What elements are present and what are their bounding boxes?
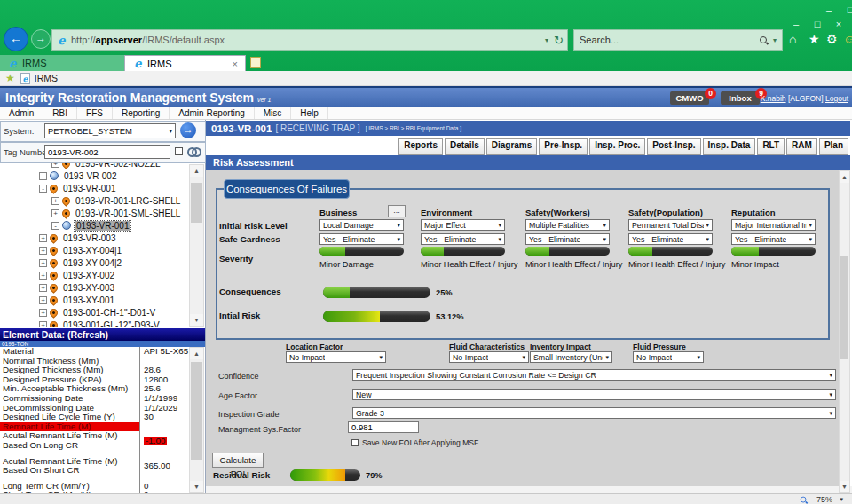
window-minimize-button[interactable]: – xyxy=(818,4,840,15)
tree-item-label[interactable]: 0193-XY-004|2 xyxy=(61,258,123,268)
expand-toggle-icon[interactable]: + xyxy=(51,209,59,217)
expand-toggle-icon[interactable]: - xyxy=(39,172,47,180)
tag-number-input[interactable] xyxy=(44,145,170,159)
tree-item-label[interactable]: 0193-VR-003 xyxy=(61,233,117,243)
expand-toggle-icon[interactable]: + xyxy=(51,163,59,168)
scroll-down-icon[interactable]: ▼ xyxy=(190,481,203,492)
tab-rlt[interactable]: RLT xyxy=(757,138,785,155)
reputation-consequence-select[interactable]: Major International Impa▾ xyxy=(731,219,816,231)
tree-item-label[interactable]: 0193-VR-002 xyxy=(62,171,118,181)
window-restore-button[interactable]: □ xyxy=(807,19,828,29)
business-consequence-select[interactable]: Local Damage▾ xyxy=(320,219,404,231)
safety-workers-consequence-select[interactable]: Multiple Fatalities▾ xyxy=(525,219,610,231)
age-factor-select[interactable]: New▾ xyxy=(352,389,836,400)
tree-item-label[interactable]: 0193-VR-001-LRG-SHELL xyxy=(74,196,182,206)
zoom-level[interactable]: 75% xyxy=(816,495,832,504)
zoom-icon[interactable] xyxy=(800,496,808,504)
smiley-feedback-icon[interactable]: ☺ xyxy=(843,32,852,46)
tab-ram[interactable]: RAM xyxy=(786,138,817,155)
menu-item-help[interactable]: Help xyxy=(291,107,328,119)
tree-item-label[interactable]: 0193-001-GL-12"-D93-V xyxy=(61,320,162,327)
tab-insp-data[interactable]: Insp. Data xyxy=(703,138,756,155)
tree-item-label[interactable]: 0193-XY-001 xyxy=(61,295,116,305)
inspection-grade-select[interactable]: Grade 3▾ xyxy=(352,407,836,419)
menu-item-rbi[interactable]: RBI xyxy=(43,107,77,119)
tab-diagrams[interactable]: Diagrams xyxy=(486,138,538,155)
go-button[interactable] xyxy=(180,122,196,138)
tree-item-label[interactable]: 0193-VR-002-NOZZL xyxy=(74,163,162,169)
find-binoculars-icon[interactable] xyxy=(187,146,202,157)
address-dropdown-icon[interactable]: ▾ xyxy=(545,36,548,44)
search-input[interactable]: Search... ▾ xyxy=(573,29,783,51)
tree-item-label[interactable]: 0193-XY-003 xyxy=(61,283,116,293)
user-link[interactable]: K.nabih xyxy=(761,94,786,103)
confidence-select[interactable]: Frequent Inspection Showing Constant Cor… xyxy=(352,369,836,381)
expand-toggle-icon[interactable]: + xyxy=(39,309,47,317)
address-bar[interactable]: http://appserver/IRMS/default.aspx ▾ ↻ xyxy=(51,29,568,51)
menu-item-reporting[interactable]: Reporting xyxy=(113,107,170,119)
tree-item-label[interactable]: 0193-VR-001 xyxy=(61,184,117,193)
cmwo-button[interactable]: CMWO0 xyxy=(670,91,709,105)
tree-item-label[interactable]: 0193-VR-001 xyxy=(75,221,130,231)
scroll-down-icon[interactable]: ▼ xyxy=(840,481,849,492)
expand-toggle-icon[interactable]: + xyxy=(39,259,47,267)
zoom-caret-icon[interactable]: ▾ xyxy=(840,496,843,503)
reputation-safeguard-select[interactable]: Yes - Eliminate▾ xyxy=(731,233,816,245)
inbox-button[interactable]: Inbox9 xyxy=(721,91,760,105)
expand-toggle-icon[interactable]: + xyxy=(39,321,47,327)
scroll-up-icon[interactable]: ▲ xyxy=(190,348,203,359)
tree-item-label[interactable]: 0193-XY-004|1 xyxy=(61,246,123,256)
business-detail-button[interactable]: ... xyxy=(388,205,406,217)
scroll-up-icon[interactable]: ▲ xyxy=(840,171,849,183)
favorites-item[interactable]: IRMS xyxy=(35,73,58,83)
favorites-star-icon[interactable]: ★ xyxy=(809,32,820,46)
expand-toggle-icon[interactable]: - xyxy=(39,185,47,193)
save-foi-checkbox[interactable] xyxy=(351,439,359,446)
msf-input[interactable] xyxy=(348,421,419,433)
safety-workers-safeguard-select[interactable]: Yes - Eliminate▾ xyxy=(525,233,610,245)
menu-item-ffs[interactable]: FFS xyxy=(77,107,113,119)
expand-toggle-icon[interactable]: - xyxy=(51,222,59,230)
home-icon[interactable]: ⌂ xyxy=(789,32,796,46)
safety-population-consequence-select[interactable]: Permanent Total Disabili▾ xyxy=(628,219,713,231)
fluid-characteristics-select[interactable]: No Impact▾ xyxy=(449,351,529,363)
element-data-header[interactable]: Element Data: (Refresh) xyxy=(0,328,205,341)
tab-details[interactable]: Details xyxy=(445,138,485,155)
favorite-star-icon[interactable]: ★ xyxy=(5,72,15,84)
search-dropdown-icon[interactable]: ▾ xyxy=(773,36,777,44)
tab-insp-proc[interactable]: Insp. Proc. xyxy=(589,138,645,155)
new-tab-button[interactable] xyxy=(250,57,261,68)
expand-toggle-icon[interactable]: + xyxy=(39,272,47,280)
fluid-pressure-select[interactable]: No Impact▾ xyxy=(633,351,704,363)
window-maximize-button[interactable]: □ xyxy=(840,4,852,15)
environment-consequence-select[interactable]: Major Effect▾ xyxy=(421,219,505,231)
browser-tab-irms[interactable]: IRMS× xyxy=(124,55,246,71)
tab-pre-insp[interactable]: Pre-Insp. xyxy=(539,138,588,155)
scroll-up-icon[interactable]: ▲ xyxy=(190,165,203,177)
tree-scrollbar[interactable]: ▲ ▼ xyxy=(189,164,204,327)
refresh-icon[interactable]: ↻ xyxy=(554,34,564,47)
expand-toggle-icon[interactable]: + xyxy=(51,197,59,205)
scroll-thumb[interactable] xyxy=(191,362,202,460)
location-factor-select[interactable]: No Impact▾ xyxy=(286,351,386,363)
tab-post-insp[interactable]: Post-Insp. xyxy=(647,138,700,155)
forward-button[interactable] xyxy=(31,29,51,49)
inventory-impact-select[interactable]: Small Inventory (Under C▾ xyxy=(530,351,612,363)
tab-close-icon[interactable]: × xyxy=(227,59,238,69)
safety-population-safeguard-select[interactable]: Yes - Eliminate▾ xyxy=(628,233,713,245)
environment-safeguard-select[interactable]: Yes - Eliminate▾ xyxy=(421,233,505,245)
window-close-button[interactable]: × xyxy=(828,19,849,29)
back-button[interactable] xyxy=(4,27,28,51)
browser-tab-irms[interactable]: IRMS xyxy=(0,55,124,71)
tree-item-label[interactable]: 0193-001-CH-1"-D01-V xyxy=(61,308,157,318)
system-select[interactable]: PETROBEL_SYSTEM▾ xyxy=(44,123,176,138)
menu-item-admin-reporting[interactable]: Admin Reporting xyxy=(170,107,254,119)
business-safeguard-select[interactable]: Yes - Eliminate▾ xyxy=(320,233,404,245)
search-icon[interactable] xyxy=(759,35,769,45)
tab-consequences-of-failures[interactable]: Consequences Of Failures xyxy=(224,179,350,199)
expand-toggle-icon[interactable]: + xyxy=(39,296,47,304)
main-scrollbar[interactable]: ▲ ▼ xyxy=(839,170,850,493)
scroll-thumb[interactable] xyxy=(191,183,202,223)
expand-toggle-icon[interactable]: + xyxy=(39,284,47,292)
window-minimize-button[interactable]: – xyxy=(785,19,807,29)
